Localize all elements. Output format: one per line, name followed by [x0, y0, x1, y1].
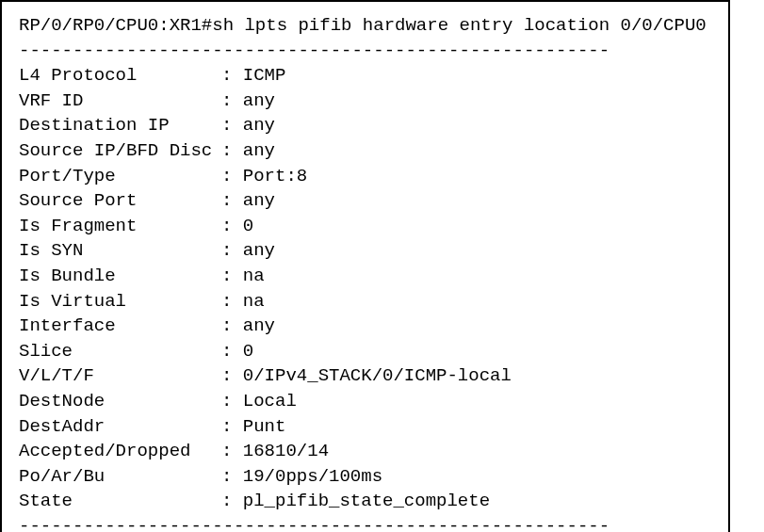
field-label: State: [19, 489, 221, 514]
field-value: any: [243, 238, 275, 264]
field-label: Interface: [19, 314, 221, 339]
field-row: Source IP/BFD Disc: any: [19, 138, 711, 164]
field-separator: :: [221, 363, 243, 389]
field-value: any: [243, 89, 275, 114]
field-value: any: [243, 314, 275, 339]
field-label: Source IP/BFD Disc: [19, 138, 221, 164]
field-label: DestAddr: [19, 414, 221, 440]
field-label: Is SYN: [19, 238, 221, 264]
field-label: Is Bundle: [19, 264, 221, 289]
field-separator: :: [221, 164, 243, 189]
field-row: DestAddr : Punt: [19, 414, 711, 440]
field-separator: :: [221, 339, 243, 364]
field-label: Accepted/Dropped: [19, 439, 221, 464]
field-value: ICMP: [243, 63, 286, 89]
field-value: any: [243, 138, 275, 164]
field-row: Is Bundle : na: [19, 264, 711, 289]
separator-bottom: ----------------------------------------…: [19, 514, 711, 532]
command-line: RP/0/RP0/CPU0:XR1#sh lpts pifib hardware…: [19, 13, 711, 39]
field-row: Source Port : any: [19, 188, 711, 214]
field-value: any: [243, 113, 275, 138]
field-row: Is Fragment : 0: [19, 214, 711, 239]
field-row: Accepted/Dropped : 16810/14: [19, 439, 711, 464]
field-value: 16810/14: [243, 439, 329, 464]
field-row: Is SYN : any: [19, 238, 711, 264]
field-value: Local: [243, 389, 297, 414]
field-label: Is Virtual: [19, 289, 221, 314]
field-separator: :: [221, 89, 243, 114]
field-value: 19/0pps/100ms: [243, 464, 382, 490]
field-label: V/L/T/F: [19, 363, 221, 389]
field-separator: :: [221, 238, 243, 264]
field-label: DestNode: [19, 389, 221, 414]
field-label: L4 Protocol: [19, 63, 221, 89]
field-value: any: [243, 188, 275, 214]
separator-top: ----------------------------------------…: [19, 39, 711, 64]
field-label: VRF ID: [19, 89, 221, 114]
field-separator: :: [221, 289, 243, 314]
field-separator: :: [221, 439, 243, 464]
field-separator: :: [221, 314, 243, 339]
field-separator: :: [221, 464, 243, 490]
field-separator: :: [221, 389, 243, 414]
field-row: Po/Ar/Bu : 19/0pps/100ms: [19, 464, 711, 490]
field-row: Port/Type : Port:8: [19, 164, 711, 189]
field-value: pl_pifib_state_complete: [243, 489, 490, 514]
cli-command: sh lpts pifib hardware entry location 0/…: [212, 15, 707, 36]
field-row: V/L/T/F : 0/IPv4_STACK/0/ICMP-local: [19, 363, 711, 389]
field-row: Slice : 0: [19, 339, 711, 364]
field-separator: :: [221, 188, 243, 214]
field-separator: :: [221, 138, 243, 164]
field-value: 0/IPv4_STACK/0/ICMP-local: [243, 363, 512, 389]
field-value: na: [243, 264, 265, 289]
field-label: Po/Ar/Bu: [19, 464, 221, 490]
field-row: DestNode : Local: [19, 389, 711, 414]
field-separator: :: [221, 414, 243, 440]
field-row: Destination IP : any: [19, 113, 711, 138]
field-label: Port/Type: [19, 164, 221, 189]
field-row: State : pl_pifib_state_complete: [19, 489, 711, 514]
field-label: Source Port: [19, 188, 221, 214]
output-fields: L4 Protocol : ICMPVRF ID : anyDestinatio…: [19, 63, 711, 514]
field-value: 0: [243, 339, 253, 364]
field-value: na: [243, 289, 265, 314]
field-separator: :: [221, 214, 243, 239]
field-separator: :: [221, 264, 243, 289]
field-value: Port:8: [243, 164, 307, 189]
field-row: Is Virtual : na: [19, 289, 711, 314]
field-label: Destination IP: [19, 113, 221, 138]
field-row: L4 Protocol : ICMP: [19, 63, 711, 89]
field-separator: :: [221, 63, 243, 89]
field-label: Slice: [19, 339, 221, 364]
field-row: VRF ID : any: [19, 89, 711, 114]
cli-prompt: RP/0/RP0/CPU0:XR1#: [19, 15, 212, 36]
field-label: Is Fragment: [19, 214, 221, 239]
field-separator: :: [221, 489, 243, 514]
field-value: 0: [243, 214, 253, 239]
field-separator: :: [221, 113, 243, 138]
field-value: Punt: [243, 414, 286, 440]
field-row: Interface : any: [19, 314, 711, 339]
